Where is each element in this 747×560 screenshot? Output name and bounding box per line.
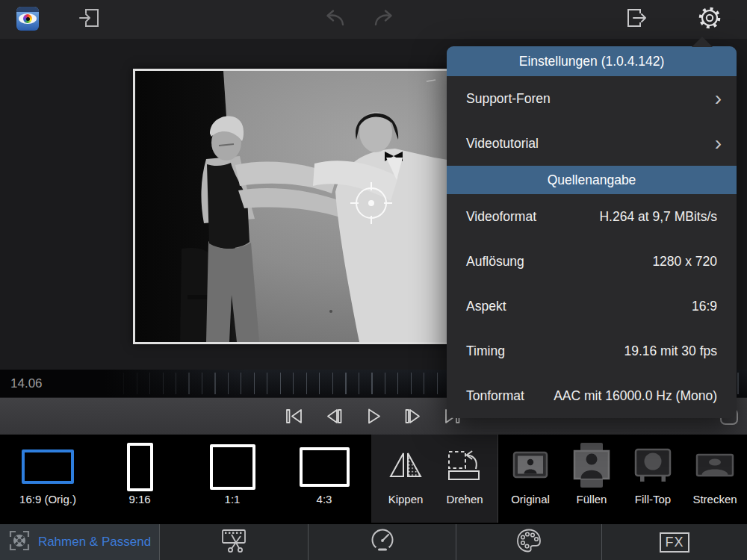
- fit-fill-top-icon: [632, 447, 674, 487]
- tab-frame-and-fit[interactable]: Rahmen & Passend: [0, 524, 159, 560]
- video-tutorial-row[interactable]: Videotutorial ›: [447, 121, 737, 166]
- top-toolbar: [0, 0, 747, 40]
- fit-stretch-icon: [695, 449, 735, 484]
- color-palette-icon: [515, 527, 542, 557]
- popover-arrow: [692, 37, 713, 47]
- frame-target-icon: [8, 529, 31, 555]
- audio-format-value: AAC mit 16000.0 Hz (Mono): [554, 388, 717, 404]
- timing-value: 19.16 mit 30 fps: [624, 343, 717, 359]
- support-forums-label: Support-Foren: [466, 91, 551, 107]
- playhead-time: 14.06: [10, 370, 43, 397]
- undo-icon: [322, 7, 347, 31]
- gear-icon: [698, 6, 722, 33]
- flip-label: Kippen: [388, 493, 424, 505]
- resolution-value: 1280 x 720: [652, 254, 717, 270]
- frame-forward-button[interactable]: [403, 408, 423, 426]
- app-logo-eyelid: [16, 7, 39, 12]
- flip-horizontal-icon: [388, 450, 424, 483]
- timeline-fade: [0, 370, 314, 397]
- speedometer-icon: [369, 527, 396, 557]
- aspect-label: Aspekt: [466, 299, 506, 314]
- source-info-header: Quellenangabe: [447, 166, 737, 194]
- export-button[interactable]: [623, 0, 650, 39]
- import-button[interactable]: [76, 0, 103, 39]
- video-format-row: Videoformat H.264 at 9,7 MBits/s: [447, 194, 737, 239]
- aspect-1-1-button[interactable]: 1:1: [191, 442, 273, 517]
- fit-stretch-label: Strecken: [692, 493, 737, 505]
- aspect-1-1-shape: [210, 444, 255, 490]
- redo-icon: [371, 7, 397, 31]
- aspect-16-9-button[interactable]: 16:9 (Orig.): [7, 442, 89, 517]
- tab-speed[interactable]: [308, 524, 456, 560]
- tab-trim[interactable]: [159, 524, 308, 560]
- tab-frame-and-fit-label: Rahmen & Passend: [38, 535, 151, 550]
- rotate-label: Drehen: [446, 493, 483, 505]
- video-format-value: H.264 at 9,7 MBits/s: [599, 209, 717, 225]
- audio-format-row: Tonformat AAC mit 16000.0 Hz (Mono): [447, 373, 737, 418]
- aspect-9-16-button[interactable]: 9:16: [99, 442, 181, 517]
- aspect-9-16-shape: [127, 443, 153, 491]
- video-editor-app: 14.06: [0, 0, 747, 560]
- app-logo-icon[interactable]: [16, 7, 39, 31]
- aspect-value: 16:9: [692, 299, 717, 314]
- support-forums-row[interactable]: Support-Foren ›: [447, 76, 737, 121]
- aspect-4-3-button[interactable]: 4:3: [283, 442, 365, 517]
- play-button[interactable]: [364, 408, 383, 426]
- aspect-16-9-shape: [22, 449, 74, 484]
- timing-row: Timing 19.16 mit 30 fps: [447, 329, 737, 373]
- audio-format-label: Tonformat: [466, 388, 524, 404]
- aspect-4-3-label: 4:3: [317, 493, 332, 505]
- tab-effects[interactable]: FX: [601, 524, 747, 560]
- fx-icon: FX: [660, 532, 689, 553]
- app-logo-pupil: [26, 17, 30, 21]
- redo-button[interactable]: [371, 0, 397, 39]
- aspect-1-1-label: 1:1: [225, 493, 241, 505]
- chevron-right-icon: ›: [715, 91, 722, 106]
- rotate-icon: [447, 450, 482, 483]
- bottom-tab-bar: Rahmen & Passend: [0, 523, 747, 560]
- aspect-16-9-label: 16:9 (Orig.): [19, 493, 76, 505]
- fit-original-icon: [509, 448, 551, 485]
- aspect-4-3-shape: [300, 447, 350, 487]
- import-icon: [78, 7, 101, 32]
- fit-fill-label: Füllen: [577, 493, 607, 505]
- timing-label: Timing: [466, 343, 505, 359]
- fit-stretch-button[interactable]: Strecken: [674, 442, 747, 517]
- trim-scissors-icon: [220, 528, 248, 556]
- frame-back-button[interactable]: [324, 408, 344, 426]
- video-tutorial-label: Videotutorial: [466, 136, 539, 152]
- crop-tools-row: 16:9 (Orig.) 9:16 1:1 4:3: [0, 435, 747, 523]
- fit-fill-top-label: Fill-Top: [635, 493, 671, 505]
- resolution-label: Auflösung: [466, 254, 524, 270]
- resolution-row: Auflösung 1280 x 720: [447, 239, 737, 284]
- aspect-row: Aspekt 16:9: [447, 284, 737, 329]
- tab-color[interactable]: [456, 524, 601, 560]
- aspect-9-16-label: 9:16: [128, 493, 150, 505]
- skip-to-start-button[interactable]: [285, 408, 304, 426]
- settings-popover: Einstellungen (1.0.4.142) Support-Foren …: [447, 46, 737, 418]
- export-icon: [625, 7, 648, 32]
- popover-title: Einstellungen (1.0.4.142): [447, 46, 737, 76]
- transform-section: Kippen Drehen: [371, 435, 498, 523]
- chevron-right-icon: ›: [715, 136, 722, 151]
- fit-mode-section: Original Füllen: [498, 435, 747, 523]
- fit-original-label: Original: [511, 493, 550, 505]
- settings-button[interactable]: [696, 0, 723, 39]
- fit-fill-icon: [571, 441, 613, 492]
- undo-button[interactable]: [321, 0, 348, 39]
- video-format-label: Videoformat: [466, 209, 536, 225]
